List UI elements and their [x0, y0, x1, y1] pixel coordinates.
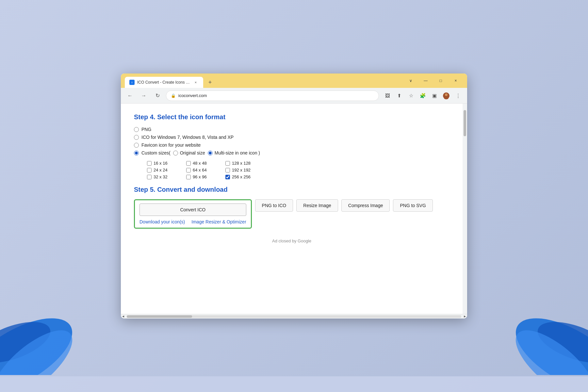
step5-heading: Step 5. Convert and download — [134, 186, 449, 193]
image-resizer-link[interactable]: Image Resizer & Optimizer — [191, 219, 246, 224]
tab-favicon: I — [129, 80, 135, 85]
format-radio-group: PNG ICO for Windows 7, Windows 8, Vista … — [134, 127, 449, 155]
radio-png-input[interactable] — [134, 127, 139, 132]
radio-ico-win[interactable]: ICO for Windows 7, Windows 8, Vista and … — [134, 135, 449, 140]
radio-png-label: PNG — [141, 127, 151, 132]
radio-original[interactable]: Original size — [173, 150, 205, 155]
refresh-button[interactable]: ↻ — [152, 90, 163, 101]
check-128-input[interactable] — [225, 161, 230, 166]
check-96-input[interactable] — [186, 175, 191, 179]
radio-ico-win-input[interactable] — [134, 135, 139, 140]
radio-multi-label: Multi-size in one icon ) — [215, 150, 260, 155]
scrollbar-track[interactable] — [463, 104, 467, 314]
png-to-ico-button[interactable]: PNG to ICO — [255, 199, 293, 212]
new-tab-button[interactable]: + — [204, 77, 216, 88]
check-256-label: 256 x 256 — [232, 174, 251, 179]
tab-close-button[interactable]: × — [193, 79, 199, 85]
check-48-label: 48 x 48 — [193, 161, 207, 166]
check-256[interactable]: 256 x 256 — [225, 174, 268, 179]
radio-original-input[interactable] — [173, 151, 178, 155]
close-button[interactable]: × — [448, 75, 463, 86]
tab-label: ICO Convert - Create Icons From ... — [137, 80, 190, 85]
title-bar: I ICO Convert - Create Icons From ... × … — [121, 74, 467, 88]
check-24-label: 24 x 24 — [154, 168, 168, 172]
check-128-label: 128 x 128 — [232, 161, 251, 166]
check-32-label: 32 x 32 — [154, 174, 168, 179]
svg-point-3 — [504, 303, 588, 375]
check-48[interactable]: 48 x 48 — [186, 161, 225, 166]
profile-icon[interactable] — [441, 90, 451, 101]
radio-favicon-input[interactable] — [134, 143, 139, 148]
radio-original-label: Original size — [180, 150, 205, 155]
check-192-label: 192 x 192 — [232, 168, 251, 172]
check-192-input[interactable] — [225, 168, 230, 172]
chevron-button[interactable]: ∨ — [403, 75, 418, 86]
address-input[interactable]: 🔒 icoconvert.com — [166, 90, 379, 101]
links-row: Download your icon(s) Image Resizer & Op… — [139, 219, 246, 224]
bookmark-icon[interactable]: ☆ — [406, 90, 416, 101]
check-16-input[interactable] — [147, 161, 152, 166]
convert-ico-highlighted-box: Convert ICO Download your icon(s) Image … — [134, 199, 252, 229]
forward-button[interactable]: → — [139, 90, 149, 101]
check-24[interactable]: 24 x 24 — [147, 168, 186, 172]
tab-area: I ICO Convert - Create Icons From ... × … — [125, 74, 403, 88]
svg-point-5 — [505, 319, 588, 375]
radio-custom-input[interactable] — [134, 151, 139, 155]
check-128[interactable]: 128 x 128 — [225, 161, 268, 166]
minimize-button[interactable]: — — [418, 75, 433, 86]
share-icon[interactable]: ⬆ — [394, 90, 404, 101]
browser-window: I ICO Convert - Create Icons From ... × … — [121, 74, 467, 318]
radio-custom[interactable]: Custom sizes( — [134, 150, 171, 155]
taskbar — [0, 376, 588, 392]
window-controls: ∨ — □ × — [403, 75, 463, 86]
radio-multi-input[interactable] — [208, 151, 213, 155]
split-view-icon[interactable]: ▣ — [429, 90, 440, 101]
check-32-input[interactable] — [147, 175, 152, 179]
address-bar: ← → ↻ 🔒 icoconvert.com 🖼 ⬆ ☆ 🧩 ▣ — [121, 88, 467, 104]
check-96-label: 96 x 96 — [193, 174, 207, 179]
win11-swirl-right — [497, 251, 588, 376]
scroll-left-arrow[interactable]: ◀ — [121, 314, 125, 319]
radio-favicon[interactable]: Favicon icon for your website — [134, 142, 449, 148]
svg-point-4 — [532, 314, 588, 371]
lock-icon: 🔒 — [171, 93, 176, 98]
resize-image-button[interactable]: Resize Image — [296, 199, 338, 212]
screenshot-icon[interactable]: 🖼 — [382, 90, 393, 101]
maximize-button[interactable]: □ — [433, 75, 448, 86]
check-64-input[interactable] — [186, 168, 191, 172]
check-48-input[interactable] — [186, 161, 191, 166]
ad-footer: Ad closed by Google — [134, 238, 449, 243]
radio-custom-label: Custom sizes( — [141, 150, 171, 155]
svg-point-2 — [0, 319, 83, 375]
back-button[interactable]: ← — [125, 90, 135, 101]
convert-ico-button[interactable]: Convert ICO — [139, 204, 246, 216]
url-text: icoconvert.com — [178, 93, 207, 98]
radio-png[interactable]: PNG — [134, 127, 449, 132]
check-24-input[interactable] — [147, 168, 152, 172]
check-16[interactable]: 16 x 16 — [147, 161, 186, 166]
scrollbar-thumb[interactable] — [464, 110, 466, 136]
browser-body: Step 4. Select the icon format PNG ICO f… — [121, 104, 467, 314]
bottom-scroll-thumb[interactable] — [127, 315, 192, 318]
check-192[interactable]: 192 x 192 — [225, 168, 268, 172]
png-to-svg-button[interactable]: PNG to SVG — [393, 199, 433, 212]
check-64[interactable]: 64 x 64 — [186, 168, 225, 172]
browser-tab[interactable]: I ICO Convert - Create Icons From ... × — [125, 77, 203, 88]
check-64-label: 64 x 64 — [193, 168, 207, 172]
radio-multi[interactable]: Multi-size in one icon ) — [208, 150, 260, 155]
bottom-scroll-track[interactable] — [127, 315, 461, 318]
scroll-right-arrow[interactable]: ▶ — [463, 314, 467, 319]
compress-image-button[interactable]: Compress Image — [341, 199, 390, 212]
download-icons-link[interactable]: Download your icon(s) — [139, 219, 185, 224]
check-96[interactable]: 96 x 96 — [186, 174, 225, 179]
bottom-scrollbar[interactable]: ◀ ▶ — [121, 314, 467, 318]
check-16-label: 16 x 16 — [154, 161, 168, 166]
extensions-icon[interactable]: 🧩 — [417, 90, 428, 101]
menu-icon[interactable]: ⋮ — [453, 90, 463, 101]
radio-favicon-label: Favicon icon for your website — [141, 142, 201, 148]
win11-swirl-left — [0, 251, 91, 376]
check-32[interactable]: 32 x 32 — [147, 174, 186, 179]
svg-point-10 — [444, 97, 449, 99]
desktop: I ICO Convert - Create Icons From ... × … — [0, 0, 588, 392]
check-256-input[interactable] — [225, 175, 230, 179]
